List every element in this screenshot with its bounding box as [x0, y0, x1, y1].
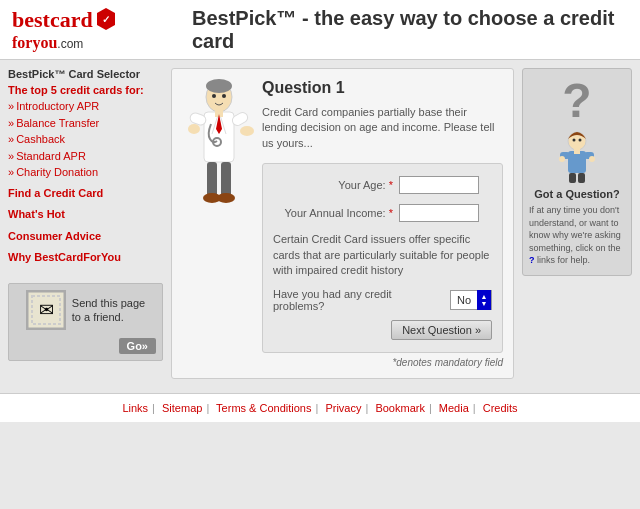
question-intro: Credit Card companies partially base the… [262, 105, 503, 151]
logo-area: best card ✓ for you .com [12, 7, 172, 53]
select-arrows[interactable]: ▲ ▼ [477, 290, 491, 310]
footer-link-bookmark[interactable]: Bookmark [375, 402, 425, 414]
question-box: ? [522, 68, 632, 276]
logo-text: best [12, 7, 50, 33]
svg-point-26 [579, 139, 582, 142]
sidebar-item-consumer-advice[interactable]: Consumer Advice [8, 228, 163, 246]
page-title: BestPick™ - the easy way to choose a cre… [172, 7, 628, 53]
sidebar-item-introductory-apr[interactable]: »Introductory APR [8, 98, 163, 115]
svg-rect-28 [574, 148, 580, 154]
question-header: Question 1 [262, 79, 503, 97]
sidebar-item-standard-apr[interactable]: »Standard APR [8, 148, 163, 165]
svg-point-18 [188, 124, 200, 134]
header: best card ✓ for you .com BestPick™ - the… [0, 0, 640, 60]
stamp-image: ✉ [28, 292, 64, 328]
send-bottom: Go» [15, 334, 156, 354]
arrow-icon: » [8, 133, 14, 145]
arrow-icon: » [8, 150, 14, 162]
svg-point-17 [240, 126, 254, 136]
svg-point-32 [589, 156, 595, 162]
sidebar-item-why-bestcard[interactable]: Why BestCardForYou [8, 249, 163, 267]
svg-point-25 [573, 139, 576, 142]
svg-point-8 [212, 94, 216, 98]
logo-text2: card [50, 7, 93, 33]
svg-rect-33 [569, 173, 576, 183]
income-required: * [389, 207, 393, 219]
sidebar-title: BestPick™ Card Selector [8, 68, 163, 80]
stamp-icon: ✉ [26, 290, 66, 330]
right-sidebar: ? [522, 68, 632, 379]
next-question-button[interactable]: Next Question » [391, 320, 492, 340]
footer-link-terms[interactable]: Terms & Conditions [216, 402, 311, 414]
svg-text:✓: ✓ [102, 14, 110, 25]
person-svg [555, 129, 599, 184]
svg-point-9 [222, 94, 226, 98]
arrow-down-icon: ▼ [481, 300, 488, 307]
main-layout: BestPick™ Card Selector The top 5 credit… [0, 60, 640, 387]
svg-rect-27 [568, 151, 586, 173]
got-question-text: If at any time you don't understand, or … [529, 204, 625, 267]
svg-point-31 [559, 156, 565, 162]
svg-rect-34 [578, 173, 585, 183]
income-row: Your Annual Income: * [273, 204, 492, 222]
credit-problem-label: Have you had any credit problems? [273, 288, 442, 312]
sidebar-item-charity-donation[interactable]: »Charity Donation [8, 164, 163, 181]
svg-rect-19 [207, 162, 217, 197]
logo-dot-com: .com [57, 37, 83, 51]
arrow-icon: » [8, 117, 14, 129]
svg-point-7 [206, 79, 232, 93]
credit-info-text: Certain Credit Card issuers offer specif… [273, 232, 492, 278]
main-content: Question 1 Credit Card companies partial… [171, 68, 514, 379]
footer-link-credits[interactable]: Credits [483, 402, 518, 414]
age-row: Your Age: * [273, 176, 492, 194]
arrow-icon: » [8, 100, 14, 112]
footer-link-media[interactable]: Media [439, 402, 469, 414]
sidebar: BestPick™ Card Selector The top 5 credit… [8, 68, 163, 379]
sidebar-item-cashback[interactable]: »Cashback [8, 131, 163, 148]
sidebar-item-find-credit-card[interactable]: Find a Credit Card [8, 185, 163, 203]
credit-problem-row: Have you had any credit problems? No ▲ ▼ [273, 288, 492, 312]
age-label: Your Age: * [273, 179, 393, 191]
select-value: No [451, 294, 477, 306]
send-to-friend-box: ✉ Send this page to a friend. Go» [8, 283, 163, 361]
logo-for: for [12, 33, 32, 52]
arrow-icon: » [8, 166, 14, 178]
logo-icon: ✓ [95, 8, 117, 30]
doctor-svg [182, 79, 257, 219]
doctor-illustration [182, 79, 257, 209]
form-area: Your Age: * Your Annual Income: * Certai… [262, 163, 503, 353]
help-icon[interactable]: ? [529, 255, 535, 265]
arrow-up-icon: ▲ [481, 293, 488, 300]
brand-name: BestPick™ [192, 7, 297, 29]
go-button[interactable]: Go» [119, 338, 156, 354]
sidebar-item-whats-hot[interactable]: What's Hot [8, 206, 163, 224]
credit-problem-select[interactable]: No ▲ ▼ [450, 290, 492, 310]
footer: Links| Sitemap| Terms & Conditions| Priv… [0, 393, 640, 422]
footer-link-privacy[interactable]: Privacy [325, 402, 361, 414]
next-button-row: Next Question » [273, 320, 492, 340]
age-required: * [389, 179, 393, 191]
logo-you: you [32, 33, 57, 52]
logo[interactable]: best card ✓ for you .com [12, 7, 117, 53]
svg-rect-20 [221, 162, 231, 197]
income-label: Your Annual Income: * [273, 207, 393, 219]
sidebar-item-balance-transfer[interactable]: »Balance Transfer [8, 115, 163, 132]
footer-link-sitemap[interactable]: Sitemap [162, 402, 202, 414]
sidebar-top5-label: The top 5 credit cards for: [8, 84, 163, 96]
mandatory-note: *denotes mandatory field [182, 357, 503, 368]
svg-text:✉: ✉ [38, 300, 53, 320]
send-text: Send this page to a friend. [72, 296, 145, 325]
question-mark-large: ? [529, 77, 625, 125]
footer-link-links[interactable]: Links [122, 402, 148, 414]
svg-point-22 [217, 193, 235, 203]
got-question-title: Got a Question? [529, 188, 625, 200]
age-input[interactable] [399, 176, 479, 194]
send-box-content: ✉ Send this page to a friend. [26, 290, 145, 330]
income-input[interactable] [399, 204, 479, 222]
